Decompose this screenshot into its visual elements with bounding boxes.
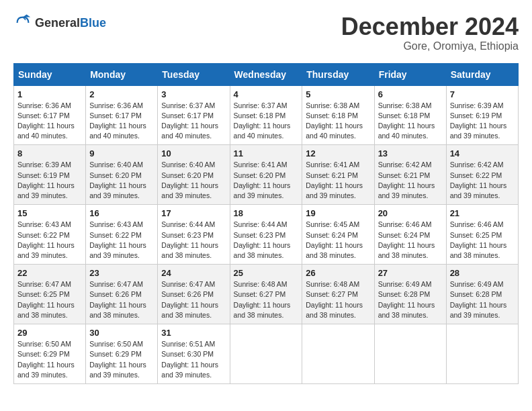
day-info: Sunrise: 6:44 AMSunset: 6:23 PMDaylight:… — [234, 220, 299, 261]
day-info: Sunrise: 6:36 AMSunset: 6:17 PMDaylight:… — [89, 101, 154, 142]
calendar-day-cell — [230, 324, 302, 384]
day-number: 2 — [89, 89, 154, 99]
calendar-day-cell: 20Sunrise: 6:46 AMSunset: 6:24 PMDayligh… — [374, 205, 446, 265]
day-number: 14 — [450, 148, 515, 158]
day-info: Sunrise: 6:44 AMSunset: 6:23 PMDaylight:… — [161, 220, 226, 261]
calendar-header-row: SundayMondayTuesdayWednesdayThursdayFrid… — [14, 63, 519, 85]
calendar-day-cell: 23Sunrise: 6:47 AMSunset: 6:26 PMDayligh… — [86, 265, 158, 324]
calendar-day-cell — [302, 324, 374, 384]
calendar-day-cell: 15Sunrise: 6:43 AMSunset: 6:22 PMDayligh… — [14, 205, 86, 265]
day-number: 28 — [450, 268, 515, 278]
calendar-day-cell: 18Sunrise: 6:44 AMSunset: 6:23 PMDayligh… — [230, 205, 302, 265]
day-info: Sunrise: 6:50 AMSunset: 6:29 PMDaylight:… — [17, 339, 82, 380]
day-info: Sunrise: 6:41 AMSunset: 6:21 PMDaylight:… — [306, 160, 370, 201]
weekday-header: Saturday — [446, 63, 518, 85]
day-number: 8 — [17, 148, 82, 158]
day-info: Sunrise: 6:50 AMSunset: 6:29 PMDaylight:… — [89, 339, 154, 380]
day-info: Sunrise: 6:48 AMSunset: 6:27 PMDaylight:… — [306, 279, 370, 320]
day-number: 15 — [17, 208, 82, 218]
calendar-day-cell: 11Sunrise: 6:41 AMSunset: 6:20 PMDayligh… — [230, 145, 302, 205]
calendar-day-cell: 26Sunrise: 6:48 AMSunset: 6:27 PMDayligh… — [302, 265, 374, 324]
day-info: Sunrise: 6:38 AMSunset: 6:18 PMDaylight:… — [306, 101, 370, 142]
day-number: 31 — [161, 328, 226, 338]
day-number: 12 — [306, 148, 370, 158]
day-number: 27 — [378, 268, 443, 278]
calendar-day-cell: 8Sunrise: 6:39 AMSunset: 6:19 PMDaylight… — [14, 145, 86, 205]
title-area: December 2024 Gore, Oromiya, Ethiopia — [341, 13, 519, 52]
calendar-day-cell: 6Sunrise: 6:38 AMSunset: 6:18 PMDaylight… — [374, 85, 446, 145]
day-number: 29 — [17, 328, 82, 338]
day-number: 21 — [450, 208, 515, 218]
day-number: 10 — [161, 148, 226, 158]
day-number: 17 — [161, 208, 226, 218]
weekday-header: Thursday — [302, 63, 374, 85]
calendar-day-cell — [374, 324, 446, 384]
logo-general: General — [35, 16, 80, 30]
calendar-day-cell: 3Sunrise: 6:37 AMSunset: 6:17 PMDaylight… — [158, 85, 230, 145]
weekday-header: Tuesday — [158, 63, 230, 85]
day-number: 30 — [89, 328, 154, 338]
calendar-day-cell: 25Sunrise: 6:48 AMSunset: 6:27 PMDayligh… — [230, 265, 302, 324]
calendar-day-cell: 4Sunrise: 6:37 AMSunset: 6:18 PMDaylight… — [230, 85, 302, 145]
calendar-day-cell: 24Sunrise: 6:47 AMSunset: 6:26 PMDayligh… — [158, 265, 230, 324]
day-info: Sunrise: 6:41 AMSunset: 6:20 PMDaylight:… — [234, 160, 299, 201]
calendar-day-cell: 9Sunrise: 6:40 AMSunset: 6:20 PMDaylight… — [86, 145, 158, 205]
day-info: Sunrise: 6:46 AMSunset: 6:24 PMDaylight:… — [378, 220, 443, 261]
day-info: Sunrise: 6:38 AMSunset: 6:18 PMDaylight:… — [378, 101, 443, 142]
calendar-day-cell: 19Sunrise: 6:45 AMSunset: 6:24 PMDayligh… — [302, 205, 374, 265]
calendar-day-cell — [446, 324, 518, 384]
day-info: Sunrise: 6:49 AMSunset: 6:28 PMDaylight:… — [378, 279, 443, 320]
weekday-header: Friday — [374, 63, 446, 85]
day-info: Sunrise: 6:36 AMSunset: 6:17 PMDaylight:… — [17, 101, 82, 142]
day-number: 22 — [17, 268, 82, 278]
day-info: Sunrise: 6:42 AMSunset: 6:21 PMDaylight:… — [378, 160, 443, 201]
day-info: Sunrise: 6:49 AMSunset: 6:28 PMDaylight:… — [450, 279, 515, 320]
day-info: Sunrise: 6:37 AMSunset: 6:18 PMDaylight:… — [234, 101, 299, 142]
calendar-week-row: 22Sunrise: 6:47 AMSunset: 6:25 PMDayligh… — [14, 265, 519, 324]
calendar-day-cell: 29Sunrise: 6:50 AMSunset: 6:29 PMDayligh… — [14, 324, 86, 384]
calendar-day-cell: 5Sunrise: 6:38 AMSunset: 6:18 PMDaylight… — [302, 85, 374, 145]
day-number: 1 — [17, 89, 82, 99]
calendar-week-row: 29Sunrise: 6:50 AMSunset: 6:29 PMDayligh… — [14, 324, 519, 384]
day-info: Sunrise: 6:47 AMSunset: 6:25 PMDaylight:… — [17, 279, 82, 320]
day-number: 4 — [234, 89, 299, 99]
day-info: Sunrise: 6:37 AMSunset: 6:17 PMDaylight:… — [161, 101, 226, 142]
day-number: 16 — [89, 208, 154, 218]
day-info: Sunrise: 6:47 AMSunset: 6:26 PMDaylight:… — [161, 279, 226, 320]
day-number: 13 — [378, 148, 443, 158]
day-info: Sunrise: 6:46 AMSunset: 6:25 PMDaylight:… — [450, 220, 515, 261]
calendar-day-cell: 31Sunrise: 6:51 AMSunset: 6:30 PMDayligh… — [158, 324, 230, 384]
calendar-week-row: 8Sunrise: 6:39 AMSunset: 6:19 PMDaylight… — [14, 145, 519, 205]
day-number: 26 — [306, 268, 370, 278]
day-info: Sunrise: 6:42 AMSunset: 6:22 PMDaylight:… — [450, 160, 515, 201]
day-info: Sunrise: 6:39 AMSunset: 6:19 PMDaylight:… — [17, 160, 82, 201]
day-info: Sunrise: 6:39 AMSunset: 6:19 PMDaylight:… — [450, 101, 515, 142]
page-header: GeneralBlue December 2024 Gore, Oromiya,… — [13, 13, 519, 52]
weekday-header: Monday — [86, 63, 158, 85]
day-number: 18 — [234, 208, 299, 218]
calendar-day-cell: 1Sunrise: 6:36 AMSunset: 6:17 PMDaylight… — [14, 85, 86, 145]
calendar-week-row: 1Sunrise: 6:36 AMSunset: 6:17 PMDaylight… — [14, 85, 519, 145]
calendar-day-cell: 13Sunrise: 6:42 AMSunset: 6:21 PMDayligh… — [374, 145, 446, 205]
day-number: 24 — [161, 268, 226, 278]
logo-blue: Blue — [80, 16, 106, 30]
day-info: Sunrise: 6:45 AMSunset: 6:24 PMDaylight:… — [306, 220, 370, 261]
day-number: 11 — [234, 148, 299, 158]
day-info: Sunrise: 6:40 AMSunset: 6:20 PMDaylight:… — [89, 160, 154, 201]
day-number: 3 — [161, 89, 226, 99]
day-info: Sunrise: 6:43 AMSunset: 6:22 PMDaylight:… — [89, 220, 154, 261]
calendar-day-cell: 28Sunrise: 6:49 AMSunset: 6:28 PMDayligh… — [446, 265, 518, 324]
day-number: 6 — [378, 89, 443, 99]
day-number: 9 — [89, 148, 154, 158]
day-number: 23 — [89, 268, 154, 278]
calendar-day-cell: 7Sunrise: 6:39 AMSunset: 6:19 PMDaylight… — [446, 85, 518, 145]
month-year-title: December 2024 — [341, 13, 519, 40]
calendar-day-cell: 21Sunrise: 6:46 AMSunset: 6:25 PMDayligh… — [446, 205, 518, 265]
logo: GeneralBlue — [13, 13, 106, 32]
day-number: 19 — [306, 208, 370, 218]
calendar-day-cell: 17Sunrise: 6:44 AMSunset: 6:23 PMDayligh… — [158, 205, 230, 265]
calendar-day-cell: 10Sunrise: 6:40 AMSunset: 6:20 PMDayligh… — [158, 145, 230, 205]
calendar-day-cell: 22Sunrise: 6:47 AMSunset: 6:25 PMDayligh… — [14, 265, 86, 324]
calendar-week-row: 15Sunrise: 6:43 AMSunset: 6:22 PMDayligh… — [14, 205, 519, 265]
day-number: 7 — [450, 89, 515, 99]
